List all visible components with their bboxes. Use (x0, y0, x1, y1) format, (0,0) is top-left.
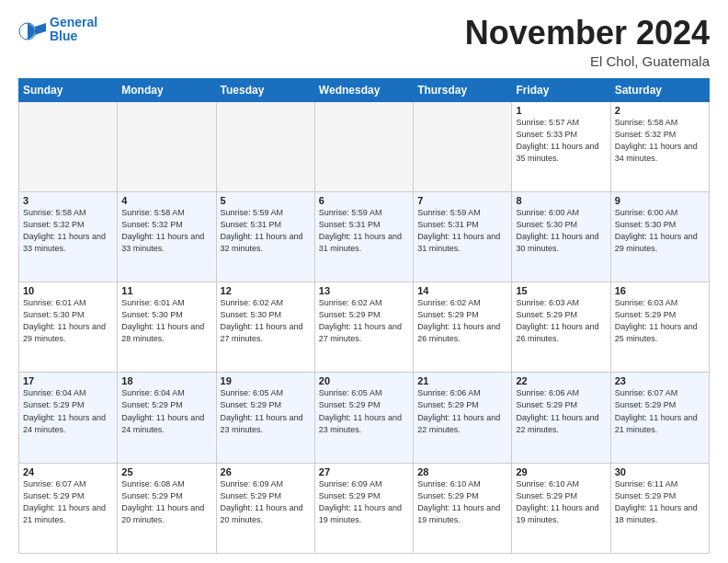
calendar-week-row: 17Sunrise: 6:04 AM Sunset: 5:29 PM Dayli… (19, 373, 710, 463)
day-number: 19 (221, 375, 311, 386)
table-row (118, 101, 216, 191)
day-number: 9 (615, 195, 705, 206)
day-info: Sunrise: 6:09 AM Sunset: 5:29 PM Dayligh… (319, 478, 409, 526)
calendar-week-row: 24Sunrise: 6:07 AM Sunset: 5:29 PM Dayli… (19, 463, 710, 553)
table-row: 4Sunrise: 5:58 AM Sunset: 5:32 PM Daylig… (118, 191, 216, 282)
table-row (19, 101, 118, 191)
header-monday: Monday (118, 78, 216, 101)
table-row: 16Sunrise: 6:03 AM Sunset: 5:29 PM Dayli… (610, 282, 709, 373)
day-number: 2 (615, 105, 705, 116)
day-number: 17 (23, 375, 113, 386)
day-info: Sunrise: 6:01 AM Sunset: 5:30 PM Dayligh… (121, 297, 211, 345)
day-number: 6 (319, 195, 409, 206)
day-number: 28 (417, 466, 507, 477)
day-number: 20 (319, 375, 409, 386)
day-info: Sunrise: 6:03 AM Sunset: 5:29 PM Dayligh… (516, 297, 606, 345)
table-row: 1Sunrise: 5:57 AM Sunset: 5:33 PM Daylig… (512, 101, 610, 191)
day-number: 30 (615, 466, 705, 477)
day-info: Sunrise: 6:02 AM Sunset: 5:29 PM Dayligh… (319, 297, 409, 345)
table-row: 23Sunrise: 6:07 AM Sunset: 5:29 PM Dayli… (610, 373, 709, 463)
day-info: Sunrise: 5:57 AM Sunset: 5:33 PM Dayligh… (516, 117, 606, 165)
table-row: 25Sunrise: 6:08 AM Sunset: 5:29 PM Dayli… (118, 463, 216, 553)
month-title: November 2024 (465, 15, 710, 52)
table-row: 22Sunrise: 6:06 AM Sunset: 5:29 PM Dayli… (512, 373, 610, 463)
table-row (314, 101, 413, 191)
header-sunday: Sunday (19, 78, 118, 101)
day-info: Sunrise: 5:58 AM Sunset: 5:32 PM Dayligh… (23, 207, 113, 255)
header-saturday: Saturday (610, 78, 709, 101)
day-number: 22 (516, 375, 606, 386)
table-row: 18Sunrise: 6:04 AM Sunset: 5:29 PM Dayli… (118, 373, 216, 463)
day-number: 14 (417, 285, 507, 296)
header-tuesday: Tuesday (216, 78, 314, 101)
calendar-week-row: 3Sunrise: 5:58 AM Sunset: 5:32 PM Daylig… (19, 191, 710, 282)
calendar-week-row: 10Sunrise: 6:01 AM Sunset: 5:30 PM Dayli… (19, 282, 710, 373)
logo-line2: Blue (50, 29, 97, 43)
table-row: 10Sunrise: 6:01 AM Sunset: 5:30 PM Dayli… (19, 282, 118, 373)
day-info: Sunrise: 6:10 AM Sunset: 5:29 PM Dayligh… (516, 478, 606, 526)
header-thursday: Thursday (414, 78, 512, 101)
table-row: 20Sunrise: 6:05 AM Sunset: 5:29 PM Dayli… (314, 373, 413, 463)
table-row: 26Sunrise: 6:09 AM Sunset: 5:29 PM Dayli… (216, 463, 314, 553)
table-row: 3Sunrise: 5:58 AM Sunset: 5:32 PM Daylig… (19, 191, 118, 282)
table-row: 7Sunrise: 5:59 AM Sunset: 5:31 PM Daylig… (414, 191, 512, 282)
table-row: 11Sunrise: 6:01 AM Sunset: 5:30 PM Dayli… (118, 282, 216, 373)
day-number: 1 (516, 105, 606, 116)
day-number: 24 (23, 466, 113, 477)
day-info: Sunrise: 6:03 AM Sunset: 5:29 PM Dayligh… (615, 297, 705, 345)
day-number: 3 (23, 195, 113, 206)
day-number: 11 (121, 285, 211, 296)
day-info: Sunrise: 6:07 AM Sunset: 5:29 PM Dayligh… (23, 478, 113, 526)
day-info: Sunrise: 5:59 AM Sunset: 5:31 PM Dayligh… (221, 207, 311, 255)
day-info: Sunrise: 6:10 AM Sunset: 5:29 PM Dayligh… (417, 478, 507, 526)
table-row: 8Sunrise: 6:00 AM Sunset: 5:30 PM Daylig… (512, 191, 610, 282)
day-number: 10 (23, 285, 113, 296)
day-info: Sunrise: 6:00 AM Sunset: 5:30 PM Dayligh… (615, 207, 705, 255)
day-info: Sunrise: 6:11 AM Sunset: 5:29 PM Dayligh… (615, 478, 705, 526)
day-info: Sunrise: 6:09 AM Sunset: 5:29 PM Dayligh… (221, 478, 311, 526)
day-info: Sunrise: 5:58 AM Sunset: 5:32 PM Dayligh… (615, 117, 705, 165)
day-number: 18 (121, 375, 211, 386)
day-info: Sunrise: 5:58 AM Sunset: 5:32 PM Dayligh… (121, 207, 211, 255)
table-row: 17Sunrise: 6:04 AM Sunset: 5:29 PM Dayli… (19, 373, 118, 463)
header: General Blue November 2024 El Chol, Guat… (18, 15, 710, 69)
day-info: Sunrise: 6:06 AM Sunset: 5:29 PM Dayligh… (417, 387, 507, 435)
day-number: 25 (121, 466, 211, 477)
table-row: 6Sunrise: 5:59 AM Sunset: 5:31 PM Daylig… (314, 191, 413, 282)
table-row: 9Sunrise: 6:00 AM Sunset: 5:30 PM Daylig… (610, 191, 709, 282)
calendar-table: Sunday Monday Tuesday Wednesday Thursday… (18, 78, 710, 554)
table-row: 5Sunrise: 5:59 AM Sunset: 5:31 PM Daylig… (216, 191, 314, 282)
header-wednesday: Wednesday (314, 78, 413, 101)
table-row: 2Sunrise: 5:58 AM Sunset: 5:32 PM Daylig… (610, 101, 709, 191)
day-info: Sunrise: 6:06 AM Sunset: 5:29 PM Dayligh… (516, 387, 606, 435)
day-info: Sunrise: 6:07 AM Sunset: 5:29 PM Dayligh… (615, 387, 705, 435)
day-number: 27 (319, 466, 409, 477)
day-number: 8 (516, 195, 606, 206)
day-number: 4 (121, 195, 211, 206)
day-info: Sunrise: 6:02 AM Sunset: 5:29 PM Dayligh… (417, 297, 507, 345)
logo: General Blue (18, 15, 97, 44)
day-number: 21 (417, 375, 507, 386)
day-info: Sunrise: 6:05 AM Sunset: 5:29 PM Dayligh… (319, 387, 409, 435)
table-row: 12Sunrise: 6:02 AM Sunset: 5:30 PM Dayli… (216, 282, 314, 373)
table-row: 14Sunrise: 6:02 AM Sunset: 5:29 PM Dayli… (414, 282, 512, 373)
table-row: 27Sunrise: 6:09 AM Sunset: 5:29 PM Dayli… (314, 463, 413, 553)
table-row: 24Sunrise: 6:07 AM Sunset: 5:29 PM Dayli… (19, 463, 118, 553)
day-info: Sunrise: 6:02 AM Sunset: 5:30 PM Dayligh… (221, 297, 311, 345)
table-row: 21Sunrise: 6:06 AM Sunset: 5:29 PM Dayli… (414, 373, 512, 463)
day-number: 13 (319, 285, 409, 296)
day-number: 5 (221, 195, 311, 206)
table-row (216, 101, 314, 191)
calendar-header-row: Sunday Monday Tuesday Wednesday Thursday… (19, 78, 710, 101)
day-number: 15 (516, 285, 606, 296)
day-info: Sunrise: 6:00 AM Sunset: 5:30 PM Dayligh… (516, 207, 606, 255)
table-row: 30Sunrise: 6:11 AM Sunset: 5:29 PM Dayli… (610, 463, 709, 553)
day-number: 7 (417, 195, 507, 206)
day-number: 16 (615, 285, 705, 296)
day-info: Sunrise: 5:59 AM Sunset: 5:31 PM Dayligh… (319, 207, 409, 255)
table-row: 15Sunrise: 6:03 AM Sunset: 5:29 PM Dayli… (512, 282, 610, 373)
day-info: Sunrise: 6:05 AM Sunset: 5:29 PM Dayligh… (221, 387, 311, 435)
day-info: Sunrise: 6:04 AM Sunset: 5:29 PM Dayligh… (121, 387, 211, 435)
table-row: 13Sunrise: 6:02 AM Sunset: 5:29 PM Dayli… (314, 282, 413, 373)
day-number: 12 (221, 285, 311, 296)
